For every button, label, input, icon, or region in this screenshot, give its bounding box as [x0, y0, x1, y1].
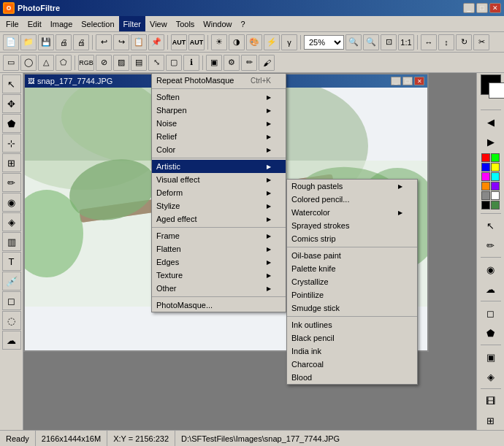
noise-item[interactable]: Noise ▶	[152, 117, 286, 130]
pencil-tool[interactable]: ✏	[2, 173, 21, 192]
aged-effect-item[interactable]: Aged effect ▶	[152, 212, 286, 226]
rotate-button[interactable]: ↻	[456, 34, 472, 50]
blur-tool[interactable]: ◌	[2, 311, 21, 330]
artistic-submenu[interactable]: Rough pastels ▶ Colored pencil... Waterc…	[286, 179, 418, 385]
zoom-out-button[interactable]: 🔍	[363, 34, 379, 50]
menu-view[interactable]: View	[145, 16, 172, 31]
scroll-right-button[interactable]: ▶	[480, 132, 502, 151]
charcoal-item[interactable]: Charcoal	[287, 358, 417, 371]
pointilize-item[interactable]: Pointilize	[287, 288, 417, 301]
flatten-item[interactable]: Flatten ▶	[152, 242, 286, 255]
copy-button[interactable]: 📋	[131, 34, 147, 50]
visual-effect-item[interactable]: Visual effect ▶	[152, 173, 286, 186]
scroll-left-button[interactable]: ◀	[480, 112, 502, 131]
menu-window[interactable]: Window	[199, 16, 236, 31]
palette-magenta[interactable]	[481, 172, 490, 181]
crop-button[interactable]: ✂	[473, 34, 489, 50]
pointer-tool[interactable]: ↖	[2, 74, 21, 93]
menu-help[interactable]: ?	[236, 16, 249, 31]
palette-yellow[interactable]	[491, 163, 500, 172]
palette-knife-item[interactable]: Palette knife	[287, 262, 417, 275]
fill-tool[interactable]: ◈	[2, 212, 21, 231]
texture2-button[interactable]: ⚙	[224, 55, 240, 71]
black-pencil-item[interactable]: Black pencil	[287, 331, 417, 345]
frame-button[interactable]: ▣	[206, 55, 222, 71]
minimize-button[interactable]: _	[463, 3, 475, 13]
canvas-button[interactable]: ▢	[166, 55, 182, 71]
maximize-button[interactable]: □	[476, 3, 488, 13]
right-tool5[interactable]: ◻	[480, 304, 502, 323]
lasso-tool[interactable]: ⬟	[2, 114, 21, 133]
contrast-button[interactable]: ◑	[229, 34, 245, 50]
india-ink-item[interactable]: India ink	[287, 345, 417, 358]
brush-button[interactable]: 🖌	[259, 55, 275, 71]
flip-h-button[interactable]: ↔	[421, 34, 437, 50]
edges-item[interactable]: Edges ▶	[152, 255, 286, 269]
right-tool3[interactable]: ◉	[480, 260, 502, 279]
texture-item[interactable]: Texture ▶	[152, 269, 286, 282]
color-balance-button[interactable]: RGB	[78, 55, 94, 71]
color-item[interactable]: Color ▶	[152, 143, 286, 156]
info-button[interactable]: ℹ	[183, 55, 199, 71]
auto1-button[interactable]: AUT	[171, 34, 187, 50]
save-button[interactable]: 💾	[38, 34, 54, 50]
redo-button[interactable]: ↪	[113, 34, 129, 50]
hue-button[interactable]: 🎨	[246, 34, 262, 50]
right-tool4[interactable]: ☁	[480, 280, 502, 299]
print-button[interactable]: 🖨	[56, 34, 72, 50]
close-button[interactable]: ✕	[489, 3, 501, 13]
soften-item[interactable]: Soften ▶	[152, 91, 286, 104]
child-maximize[interactable]: □	[402, 77, 413, 85]
new-button[interactable]: 📄	[3, 34, 19, 50]
select-rect-button[interactable]: ▭	[3, 55, 19, 71]
right-tool8[interactable]: ◈	[480, 367, 502, 386]
right-tool9[interactable]: 🎞	[480, 391, 502, 410]
grayscale-button[interactable]: ▨	[113, 55, 129, 71]
palette-cyan[interactable]	[491, 172, 500, 181]
magic-wand-tool[interactable]: ⊹	[2, 134, 21, 153]
palette-green[interactable]	[491, 153, 500, 162]
colored-pencil-item[interactable]: Colored pencil...	[287, 193, 417, 206]
sprayed-strokes-item[interactable]: Sprayed strokes	[287, 219, 417, 232]
palette-blue[interactable]	[481, 163, 490, 172]
select-ellipse-button[interactable]: ◯	[20, 55, 37, 71]
other-item[interactable]: Other ▶	[152, 282, 286, 295]
auto2-button[interactable]: AUT	[188, 34, 205, 50]
palette-white[interactable]	[491, 191, 500, 200]
foreground-color[interactable]	[481, 74, 501, 95]
menu-edit[interactable]: Edit	[23, 16, 46, 31]
ink-outlines-item[interactable]: Ink outlines	[287, 318, 417, 331]
right-tool7[interactable]: ▣	[480, 347, 502, 366]
palette-black[interactable]	[481, 201, 490, 209]
open-button[interactable]: 📁	[20, 34, 37, 50]
crop-tool[interactable]: ⊞	[2, 153, 21, 172]
palette-purple[interactable]	[491, 182, 500, 191]
zoom-select[interactable]: 25% 50% 100%	[304, 35, 344, 50]
sat-button[interactable]: ⚡	[264, 34, 280, 50]
menu-image[interactable]: Image	[46, 16, 77, 31]
child-close[interactable]: ✕	[414, 77, 424, 85]
child-minimize[interactable]: _	[391, 77, 401, 85]
deform-item[interactable]: Deform ▶	[152, 186, 286, 199]
brightness-button[interactable]: ☀	[211, 34, 227, 50]
right-tool6[interactable]: ⬟	[480, 323, 502, 342]
rough-pastels-item[interactable]: Rough pastels ▶	[287, 180, 417, 193]
zoom-fit-button[interactable]: ⊡	[381, 34, 397, 50]
photomasque-item[interactable]: PhotoMasque...	[152, 299, 286, 312]
palette-red[interactable]	[481, 153, 490, 162]
move-tool[interactable]: ✥	[2, 94, 21, 113]
smudge-tool[interactable]: ☁	[2, 331, 21, 350]
select-shape-button[interactable]: ⬠	[56, 55, 72, 71]
flatten2-button[interactable]: ▤	[131, 55, 147, 71]
blood-item[interactable]: Blood	[287, 371, 417, 384]
menu-file[interactable]: File	[1, 16, 23, 31]
smudge-stick-item[interactable]: Smudge stick	[287, 301, 417, 315]
pencil-button[interactable]: ✏	[241, 55, 257, 71]
comics-strip-item[interactable]: Comics strip	[287, 232, 417, 245]
relief-item[interactable]: Relief ▶	[152, 130, 286, 143]
right-tool2[interactable]: ✏	[480, 236, 502, 255]
menu-tools[interactable]: Tools	[172, 16, 199, 31]
palette-darkgreen[interactable]	[491, 201, 500, 209]
watercolor-item[interactable]: Watercolor ▶	[287, 206, 417, 219]
eyedropper-tool[interactable]: 💉	[2, 272, 21, 291]
